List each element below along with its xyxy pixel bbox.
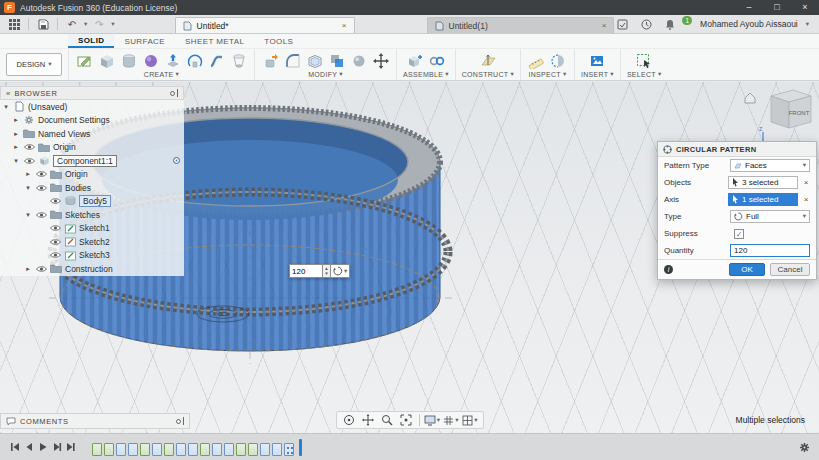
timeline-feature-extrude[interactable] xyxy=(260,443,270,456)
measure-icon[interactable] xyxy=(527,52,546,70)
create-sketch-icon[interactable] xyxy=(75,52,94,70)
ok-button[interactable]: OK xyxy=(729,263,765,276)
browser-item-origin[interactable]: ▸ Origin xyxy=(0,141,184,155)
browser-item-sketch3[interactable]: Sketch3 xyxy=(0,249,184,263)
redo-icon[interactable]: ↷ xyxy=(91,17,107,32)
pattern-quantity-input[interactable] xyxy=(289,264,323,278)
construct-group-dropdown[interactable]: CONSTRUCT ▾ xyxy=(462,71,514,78)
visibility-eye-icon[interactable] xyxy=(49,224,61,232)
timeline-feature-extrude[interactable] xyxy=(116,443,126,456)
app-menu-icon[interactable] xyxy=(6,17,22,32)
browser-item-named-views[interactable]: ▸ Named Views xyxy=(0,127,184,141)
select-group-dropdown[interactable]: SELECT ▾ xyxy=(627,71,662,78)
fit-icon[interactable] xyxy=(398,413,415,428)
timeline-feature-sketch[interactable] xyxy=(104,443,114,456)
timeline-go-to-start-button[interactable] xyxy=(8,440,22,454)
timeline-position-marker[interactable] xyxy=(299,439,302,456)
visibility-eye-icon[interactable] xyxy=(35,265,47,273)
clear-objects-button[interactable]: × xyxy=(802,178,810,187)
objects-selection[interactable]: 3 selected xyxy=(728,176,798,189)
dialog-header[interactable]: CIRCULAR PATTERN xyxy=(658,142,816,157)
combine-icon[interactable] xyxy=(327,52,346,70)
undo-icon[interactable]: ↶ xyxy=(64,17,80,32)
press-pull-icon[interactable] xyxy=(261,52,280,70)
timeline-feature-sketch[interactable] xyxy=(248,443,258,456)
comments-panel[interactable]: COMMENTS xyxy=(0,413,190,429)
move-copy-icon[interactable] xyxy=(371,52,390,70)
timeline-settings-gear-icon[interactable] xyxy=(797,440,811,454)
browser-item-construction[interactable]: ▸ Construction xyxy=(0,262,184,276)
timeline-feature-sketch[interactable] xyxy=(92,443,102,456)
physical-material-icon[interactable] xyxy=(349,52,368,70)
create-group-dropdown[interactable]: CREATE ▾ xyxy=(144,71,179,78)
browser-item-root[interactable]: ▾ (Unsaved) xyxy=(0,100,184,114)
expand-arrow-icon[interactable]: ▸ xyxy=(24,265,32,273)
visibility-eye-icon[interactable] xyxy=(35,170,47,178)
modify-group-dropdown[interactable]: MODIFY ▾ xyxy=(308,71,343,78)
tab-untitled[interactable]: Untitled* × xyxy=(175,17,355,33)
loft-icon[interactable] xyxy=(229,52,248,70)
timeline-feature-extrude[interactable] xyxy=(188,443,198,456)
timeline-feature-extrude[interactable] xyxy=(272,443,282,456)
shell-icon[interactable] xyxy=(305,52,324,70)
notifications-icon[interactable] xyxy=(662,17,678,32)
browser-item-bodies[interactable]: ▾ Bodies xyxy=(0,181,184,195)
expand-arrow-icon[interactable]: ▾ xyxy=(12,157,20,165)
viewports-icon[interactable]: ▾ xyxy=(462,413,479,428)
pan-icon[interactable] xyxy=(360,413,377,428)
panel-toggle-icon[interactable] xyxy=(170,89,178,97)
quantity-input[interactable] xyxy=(730,244,810,257)
timeline-feature-sketch[interactable] xyxy=(164,443,174,456)
browser-item-sketch2[interactable]: Sketch2 xyxy=(0,235,184,249)
viewport-canvas[interactable]: « BROWSER ▾ (Unsaved) ▸ Document Setting… xyxy=(0,82,819,433)
timeline-feature-extrude[interactable] xyxy=(212,443,222,456)
timeline-feature-extrude[interactable] xyxy=(224,443,234,456)
timeline-feature-sketch[interactable] xyxy=(140,443,150,456)
visibility-eye-icon[interactable] xyxy=(49,197,61,205)
expand-arrow-icon[interactable]: ▸ xyxy=(12,143,20,151)
create-cylinder-icon[interactable] xyxy=(119,52,138,70)
tab-surface[interactable]: SURFACE xyxy=(114,34,175,48)
fillet-icon[interactable] xyxy=(283,52,302,70)
timeline-step-forward-button[interactable] xyxy=(50,440,64,454)
cancel-button[interactable]: Cancel xyxy=(770,263,810,276)
tab-untitled-1[interactable]: Untitled(1) × xyxy=(427,17,615,33)
spin-down-icon[interactable]: ▼ xyxy=(324,271,328,276)
timeline-feature-sketch[interactable] xyxy=(236,443,246,456)
collapse-panel-icon[interactable]: « xyxy=(6,89,10,98)
browser-item-body5[interactable]: Body5 xyxy=(0,195,184,209)
quantity-spinner[interactable]: ▲▼ xyxy=(323,264,331,278)
user-menu-caret-icon[interactable]: ▾ xyxy=(806,21,809,28)
save-icon[interactable] xyxy=(35,17,51,32)
create-box-icon[interactable] xyxy=(97,52,116,70)
browser-item-sketches[interactable]: ▾ Sketches xyxy=(0,208,184,222)
pattern-type-select[interactable]: Faces ▾ xyxy=(730,159,810,172)
tab-close-icon[interactable]: × xyxy=(602,21,607,30)
job-status-icon[interactable] xyxy=(638,17,654,32)
timeline-feature-extrude[interactable] xyxy=(128,443,138,456)
clear-axis-button[interactable]: × xyxy=(802,195,810,204)
tab-sheet-metal[interactable]: SHEET METAL xyxy=(175,34,254,48)
type-select[interactable]: Full ▾ xyxy=(730,210,810,223)
maximize-button[interactable]: □ xyxy=(763,0,791,15)
display-settings-icon[interactable]: ▾ xyxy=(424,413,441,428)
revolve-icon[interactable] xyxy=(185,52,204,70)
tab-solid[interactable]: SOLID xyxy=(68,34,114,48)
select-icon[interactable] xyxy=(635,52,654,70)
browser-item-sketch1[interactable]: Sketch1 xyxy=(0,222,184,236)
user-name[interactable]: Mohamed Ayoub Aissaoui xyxy=(700,19,798,29)
axis-selection[interactable]: 1 selected xyxy=(728,193,798,206)
grid-settings-icon[interactable]: ▾ xyxy=(443,413,460,428)
section-analysis-icon[interactable] xyxy=(549,52,568,70)
visibility-eye-icon[interactable] xyxy=(23,143,35,151)
inspect-group-dropdown[interactable]: INSPECT ▾ xyxy=(528,71,566,78)
visibility-eye-icon[interactable] xyxy=(35,211,47,219)
zoom-icon[interactable] xyxy=(379,413,396,428)
insert-group-dropdown[interactable]: INSERT ▾ xyxy=(581,71,614,78)
timeline-feature-extrude[interactable] xyxy=(176,443,186,456)
tab-tools[interactable]: TOOLS xyxy=(254,34,303,48)
timeline-feature-circular-pattern[interactable] xyxy=(284,443,294,456)
expand-arrow-icon[interactable]: ▾ xyxy=(24,184,32,192)
expand-arrow-icon[interactable]: ▸ xyxy=(12,116,20,124)
suppress-checkbox[interactable]: ✓ xyxy=(734,229,744,239)
